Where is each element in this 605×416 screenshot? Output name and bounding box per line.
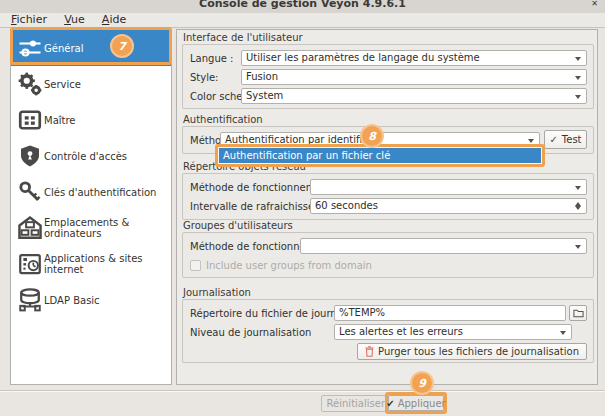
sidebar-item-emplacements-ordinateurs[interactable]: Emplacements & ordinateurs	[11, 210, 171, 246]
sidebar-item-general[interactable]: Général	[11, 30, 171, 66]
network-method-label: Méthode de fonctionnement:	[190, 182, 310, 193]
language-label: Langue :	[190, 53, 241, 64]
group-interface: Langue : Utiliser les paramètres de lang…	[182, 44, 594, 109]
key-icon	[15, 180, 44, 204]
group-title-interface: Interface de l'utilisateur	[183, 32, 303, 43]
sliders-icon	[15, 36, 44, 60]
interval-spinbox[interactable]: 60 secondes	[310, 198, 587, 214]
interval-label: Intervalle de rafraichissement :	[190, 201, 310, 212]
annotation-box-apply: ✔ Appliquer	[385, 392, 447, 414]
spin-down-icon[interactable]	[575, 206, 581, 210]
groups-method-label: Méthode de fonctionnement:	[190, 241, 300, 252]
footer-separator-highlight	[0, 391, 605, 392]
settings-panel: Interface de l'utilisateur Langue : Util…	[176, 29, 598, 385]
sidebar-item-service[interactable]: Service	[11, 66, 171, 102]
window-control-icon[interactable]: ✕	[591, 0, 598, 8]
grid-window-icon	[15, 108, 44, 132]
sidebar-item-label: Maître	[44, 115, 76, 126]
style-label: Style:	[190, 72, 241, 83]
purge-logs-button[interactable]: Purger tous les fichiers de journalisati…	[357, 343, 587, 360]
database-network-icon	[15, 287, 44, 313]
group-title-logging: Journalisation	[183, 287, 251, 298]
apply-button-label: Appliquer	[398, 398, 446, 409]
sidebar-item-label: LDAP Basic	[44, 295, 100, 306]
window-title: Console de gestion Veyon 4.9.6.1	[0, 0, 605, 10]
apply-button[interactable]: ✔ Appliquer	[388, 395, 444, 411]
reset-button[interactable]: Réinitialiser	[321, 395, 386, 412]
menu-aide[interactable]: Aide	[95, 13, 133, 27]
window-titlebar: Console de gestion Veyon 4.9.6.1	[0, 0, 605, 13]
domain-groups-checkbox[interactable]	[190, 260, 201, 271]
network-method-select[interactable]	[310, 179, 587, 195]
test-button[interactable]: ✓ Test	[544, 130, 587, 149]
colorscheme-label: Color scheme:	[190, 91, 241, 102]
menu-vue[interactable]: Vue	[57, 13, 92, 27]
sidebar-item-label: Clés d'authentification	[44, 187, 156, 198]
log-level-select[interactable]: Les alertes et les erreurs	[334, 324, 572, 340]
sidebar-item-cles-authentification[interactable]: Clés d'authentification	[11, 174, 171, 210]
menubar: Fichier Vue Aide	[0, 13, 605, 28]
group-usergroups: Méthode de fonctionnement: Include user …	[182, 232, 594, 278]
log-dir-input[interactable]: %TEMP%	[334, 305, 566, 321]
auth-method-dropdown-popup: Authentification par un fichier clé	[215, 144, 545, 167]
sidebar-item-label: Général	[44, 43, 83, 54]
sidebar-item-label: Service	[44, 79, 81, 90]
shield-keyhole-icon	[15, 144, 44, 168]
apps-clock-icon	[15, 252, 44, 276]
purge-logs-label: Purger tous les fichiers de journalisati…	[378, 346, 579, 357]
groups-method-select[interactable]	[300, 238, 587, 254]
annotation-step-8: 8	[360, 124, 384, 148]
folder-icon	[573, 308, 584, 318]
check-icon: ✔	[386, 398, 394, 409]
sidebar-item-ldap-basic[interactable]: LDAP Basic	[11, 282, 171, 318]
group-network: Méthode de fonctionnement: Intervalle de…	[182, 173, 594, 220]
browse-folder-button[interactable]	[569, 305, 587, 321]
reset-button-label: Réinitialiser	[327, 398, 385, 409]
colorscheme-select[interactable]: System	[241, 88, 587, 104]
check-icon: ✓	[549, 134, 557, 145]
interval-value: 60 secondes	[315, 200, 378, 211]
trash-icon	[365, 346, 374, 357]
annotation-step-7: 7	[110, 34, 134, 58]
domain-groups-label: Include user groups from domain	[206, 260, 372, 271]
group-title-auth: Authentification	[183, 114, 263, 125]
sidebar: Général	[10, 29, 172, 385]
log-dir-label: Répertoire du fichier de journalisation	[190, 308, 334, 319]
group-title-usergroups: Groupes d'utilisateurs	[183, 220, 293, 231]
sidebar-item-maitre[interactable]: Maître	[11, 102, 171, 138]
dropdown-option-key-file[interactable]: Authentification par un fichier clé	[219, 148, 541, 163]
network-location-icon	[15, 215, 44, 241]
gears-icon	[15, 71, 44, 97]
menu-fichier[interactable]: Fichier	[4, 13, 54, 27]
sidebar-item-label: Contrôle d'accès	[44, 151, 127, 162]
sidebar-item-label: Emplacements & ordinateurs	[44, 217, 171, 239]
sidebar-item-applications-sites[interactable]: Applications & sites internet	[11, 246, 171, 282]
brush-icon	[322, 398, 323, 409]
sidebar-item-controle-acces[interactable]: Contrôle d'accès	[11, 138, 171, 174]
test-button-label: Test	[562, 134, 582, 145]
language-select[interactable]: Utiliser les paramètres de langage du sy…	[241, 50, 587, 66]
sidebar-item-label: Applications & sites internet	[44, 253, 171, 275]
style-select[interactable]: Fusion	[241, 69, 587, 85]
log-level-label: Niveau de journalisation	[190, 327, 334, 338]
annotation-step-9: 9	[410, 371, 434, 395]
group-logging: Répertoire du fichier de journalisation …	[182, 299, 594, 363]
